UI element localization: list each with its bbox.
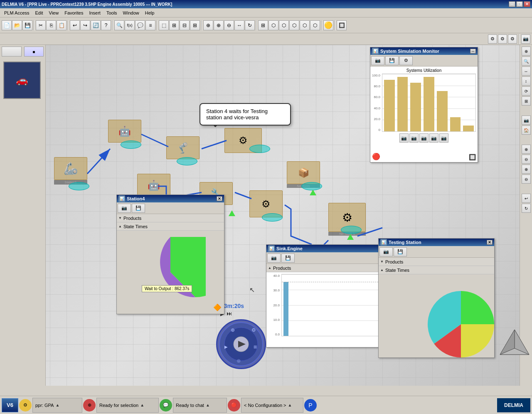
menu-edit[interactable]: Edit [33, 10, 46, 16]
t2-btn4[interactable]: 📷 [521, 34, 530, 44]
chart-area: 100.0 80.0 60.0 40.0 20.0 0 [372, 74, 476, 132]
search-btn[interactable]: 🔍 [114, 20, 124, 30]
redo-btn[interactable]: ↪ [80, 20, 90, 30]
restore-button[interactable]: ❐ [516, 1, 523, 7]
tiles-btn[interactable]: ⊞ [258, 20, 268, 30]
testing-products-section[interactable]: Products [379, 258, 494, 266]
select-btn[interactable]: ⬡ [268, 20, 278, 30]
r-btn4[interactable]: ↕ [522, 76, 531, 86]
grid2-btn[interactable]: ⊟ [180, 20, 190, 30]
selection-arrow[interactable]: ▲ [140, 403, 144, 407]
sm-tb-btn3[interactable]: ⚙ [399, 56, 413, 65]
menubar: PLM Access Edit View Favorites Insert To… [0, 8, 532, 17]
ppr-btn[interactable]: 🔲 [337, 20, 347, 30]
sep7 [321, 20, 322, 30]
title-text: DELMIA V6 - [PPR Live - PPRContext1239 3… [2, 2, 172, 7]
r-btn12[interactable]: ⊖ [522, 175, 531, 184]
close-button[interactable]: ✕ [524, 1, 530, 7]
r-btn1[interactable]: ⊕ [522, 47, 531, 56]
sphere-btn[interactable]: 🟡 [323, 20, 333, 30]
menu-favorites[interactable]: Favorites [62, 10, 86, 16]
grid3-btn[interactable]: ⊞ [190, 20, 200, 30]
t2-btn2[interactable]: ⚙ [498, 34, 507, 44]
t2-btn3[interactable]: ⚙ [508, 34, 517, 44]
paste-btn[interactable]: 📋 [57, 20, 66, 30]
r-btn2[interactable]: 🔍 [522, 57, 531, 66]
simulation-wheel[interactable]: ⊕ ⚙ ▶ ⊞ ◎ [216, 319, 266, 369]
r-btn6[interactable]: ⊞ [522, 96, 531, 106]
sm-bottom-btn2[interactable]: 📷 [409, 133, 419, 143]
next-frame-btn[interactable]: ⏭ [227, 310, 232, 317]
station4-state-times-section[interactable]: State Times [117, 222, 224, 231]
menu-tools[interactable]: Tools [104, 10, 120, 16]
sm-tb-btn2[interactable]: 💾 [385, 56, 399, 65]
r-btn7[interactable]: 📷 [522, 116, 531, 125]
r-btn10[interactable]: ⊖ [522, 155, 531, 164]
config-arrow[interactable]: ▲ [288, 403, 292, 407]
zoom3-btn[interactable]: ⊖ [224, 20, 234, 30]
station4-products-section[interactable]: Products [117, 214, 224, 222]
sink-btn2[interactable]: 💾 [281, 254, 295, 263]
menu-window[interactable]: Window [121, 10, 142, 16]
r-btn8[interactable]: 🏠 [522, 126, 531, 135]
new-btn[interactable]: 📄 [2, 20, 12, 30]
grid1-btn[interactable]: ⊞ [169, 20, 179, 30]
cut-btn[interactable]: ✂ [36, 20, 46, 30]
t-btn1[interactable]: 📷 [379, 247, 393, 256]
sm-bottom-btn5[interactable]: 📷 [439, 133, 448, 143]
rotate-btn[interactable]: ↻ [245, 20, 255, 30]
undo-btn[interactable]: ↩ [70, 20, 80, 30]
left-btn1[interactable] [2, 47, 22, 57]
frame-btn[interactable]: ⬚ [159, 20, 169, 30]
chat-text: Ready to chat [176, 403, 204, 408]
measure-btn[interactable]: ⬡ [279, 20, 289, 30]
r-btn5[interactable]: ⟳ [522, 86, 531, 96]
update-btn[interactable]: 🔄 [91, 20, 101, 30]
sm-tb-btn1[interactable]: 📷 [371, 56, 384, 65]
help-btn[interactable]: ? [101, 20, 111, 30]
bar-3 [410, 83, 421, 131]
r-btn11[interactable]: ⊕ [522, 165, 531, 174]
zoom2-btn[interactable]: ⊕ [214, 20, 224, 30]
scene: 🦾 Station1 🤖 🦿 ⚙ 🤖 Robot [46, 45, 520, 386]
s4-btn1[interactable]: 📷 [118, 204, 131, 213]
zoom1-btn[interactable]: ⊕ [203, 20, 213, 30]
render-btn[interactable]: ⬡ [300, 20, 310, 30]
testing-state-times-section[interactable]: State Times [379, 266, 494, 274]
list-btn[interactable]: ≡ [145, 20, 155, 30]
left-btn2[interactable]: ■ [24, 47, 44, 57]
view-btn[interactable]: ⬡ [289, 20, 299, 30]
bars [382, 74, 475, 131]
copy-btn[interactable]: ⎘ [46, 20, 56, 30]
menu-help[interactable]: Help [143, 10, 157, 16]
station4-panel: 📊 Station4 ✕ 📷 💾 Products State Times [116, 195, 224, 314]
open-btn[interactable]: 📂 [12, 20, 22, 30]
menu-insert[interactable]: Insert [86, 10, 103, 16]
t2-sep [519, 34, 520, 44]
tooltip-text: Wait to Output : 862.37s [145, 286, 189, 291]
save-btn[interactable]: 💾 [22, 20, 32, 30]
fx-btn[interactable]: f(x) [125, 20, 135, 30]
r-btn3[interactable]: ↔ [522, 67, 531, 76]
menu-plm-access[interactable]: PLM Access [2, 10, 32, 16]
r-btn9[interactable]: ⊕ [522, 145, 531, 154]
t2-btn1[interactable]: ⚙ [488, 34, 497, 44]
sm-bottom-btn3[interactable]: 📷 [419, 133, 429, 143]
zoom4-btn[interactable]: ↔ [234, 20, 244, 30]
station4-close[interactable]: ✕ [217, 196, 222, 201]
sink-btn1[interactable]: 📷 [267, 254, 281, 263]
chat-arrow[interactable]: ▲ [206, 403, 210, 407]
sm-bottom-btn4[interactable]: 📷 [429, 133, 438, 143]
minimize-button[interactable]: ─ [509, 1, 515, 7]
t-btn2[interactable]: 💾 [394, 247, 407, 256]
sm-bottom-btn1[interactable]: 📷 [399, 133, 409, 143]
r-btn14[interactable]: ↻ [522, 204, 531, 213]
testing-close[interactable]: ✕ [487, 240, 493, 245]
user-arrow[interactable]: ▲ [55, 403, 59, 407]
menu-view[interactable]: View [47, 10, 62, 16]
bubble-btn[interactable]: 💬 [135, 20, 145, 30]
r-btn13[interactable]: ↩ [522, 194, 531, 203]
s4-btn2[interactable]: 💾 [132, 204, 145, 213]
sim-monitor-close[interactable]: ─ [470, 49, 476, 54]
filter-btn[interactable]: ⬡ [310, 20, 320, 30]
